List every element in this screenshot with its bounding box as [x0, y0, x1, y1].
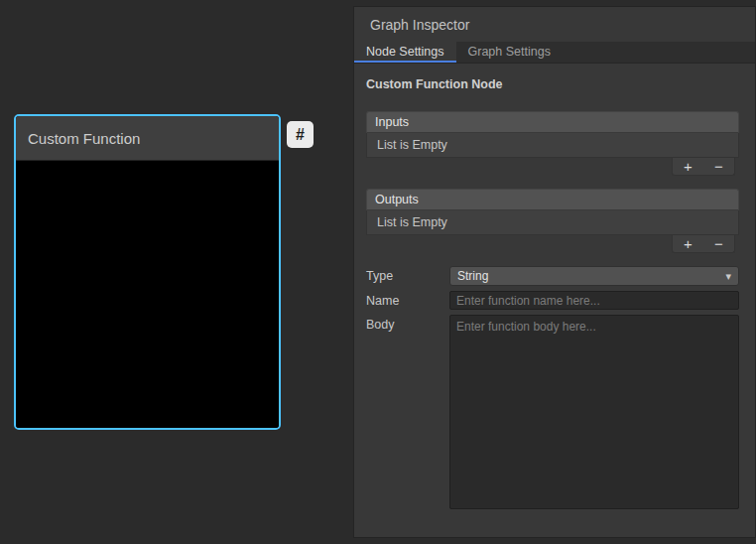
node-header: Custom Function: [16, 116, 279, 161]
name-label: Name: [366, 294, 449, 308]
type-label: Type: [366, 269, 449, 283]
inspector-content: Custom Function Node Inputs List is Empt…: [354, 64, 755, 509]
chevron-down-icon: ▾: [725, 270, 731, 283]
body-label: Body: [366, 315, 449, 332]
graph-canvas[interactable]: Custom Function # Graph Inspector Node S…: [0, 0, 756, 544]
outputs-header-label: Outputs: [375, 193, 419, 206]
outputs-remove-button[interactable]: −: [708, 236, 729, 251]
inspector-title: Graph Inspector: [370, 17, 469, 33]
inputs-list: Inputs List is Empty + −: [366, 111, 739, 158]
inputs-add-button[interactable]: +: [678, 159, 698, 174]
tab-node-settings[interactable]: Node Settings: [354, 42, 456, 63]
outputs-list: Outputs List is Empty + −: [366, 189, 739, 235]
inputs-list-header[interactable]: Inputs: [366, 111, 739, 133]
name-field-row: Name: [366, 291, 739, 310]
function-body-input[interactable]: [449, 315, 739, 509]
inspector-tab-bar: Node Settings Graph Settings: [354, 42, 755, 64]
outputs-add-button[interactable]: +: [678, 236, 698, 251]
inspector-header[interactable]: Graph Inspector: [354, 7, 755, 42]
type-field-row: Type String ▾: [366, 266, 739, 286]
hash-badge-button[interactable]: #: [287, 121, 314, 148]
custom-function-node[interactable]: Custom Function: [14, 114, 281, 430]
body-field-row: Body: [366, 315, 739, 509]
outputs-empty-row: List is Empty: [366, 210, 739, 235]
inputs-list-footer: + −: [672, 158, 735, 176]
hash-icon: #: [296, 126, 305, 144]
inputs-header-label: Inputs: [375, 115, 409, 129]
inputs-remove-button[interactable]: −: [708, 159, 729, 174]
tab-graph-settings[interactable]: Graph Settings: [456, 42, 563, 63]
node-body: [16, 161, 279, 430]
type-dropdown[interactable]: String ▾: [449, 266, 739, 286]
section-title: Custom Function Node: [366, 77, 739, 91]
inputs-empty-row: List is Empty: [366, 133, 739, 158]
type-dropdown-value: String: [457, 269, 488, 283]
outputs-empty-label: List is Empty: [377, 215, 447, 229]
node-title: Custom Function: [28, 130, 140, 147]
graph-inspector-panel: Graph Inspector Node Settings Graph Sett…: [353, 6, 756, 538]
inputs-empty-label: List is Empty: [377, 138, 447, 152]
function-name-input[interactable]: [449, 291, 739, 310]
outputs-list-footer: + −: [672, 235, 735, 253]
outputs-list-header[interactable]: Outputs: [366, 189, 739, 210]
